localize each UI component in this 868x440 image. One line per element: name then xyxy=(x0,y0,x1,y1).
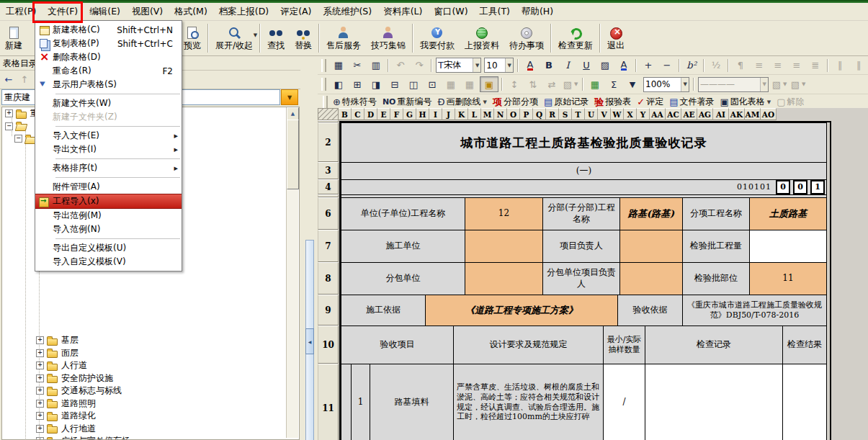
freeze-table-button[interactable]: ▣ 固化表格 ▼ xyxy=(719,95,771,109)
table-tool-2-button[interactable]: ▦ xyxy=(461,77,478,91)
menu-bar-item[interactable]: 工具(T) xyxy=(474,4,516,19)
bold-button[interactable]: B xyxy=(540,58,558,73)
fill-pattern-dropdown[interactable]: ▧ ▼ xyxy=(562,77,579,91)
tree-item[interactable]: + 基层 xyxy=(36,334,160,347)
column-distribute-button[interactable]: ⇄ xyxy=(543,77,560,91)
accept-basis-value-cell[interactable]: 《重庆市城市道路工程施工质量验收规范》DBJ50/T-078-2016 xyxy=(682,295,827,326)
expand-icon[interactable]: + xyxy=(36,349,44,357)
column-header[interactable]: AO xyxy=(761,108,777,120)
accept-basis-label-cell[interactable]: 验收依据 xyxy=(617,295,683,326)
subcontractor-label-cell[interactable]: 分包单位 xyxy=(341,262,465,295)
menu-item-show-user-tables[interactable]: 显示用户表格(S) xyxy=(35,78,182,91)
insert-row-button[interactable]: ⊞ xyxy=(349,77,366,91)
column-header[interactable]: AA xyxy=(650,108,666,120)
column-header[interactable]: L xyxy=(468,108,481,120)
item-requirement-cell[interactable]: 严禁含草皮、生活垃圾、树根的腐质土和淤泥、高岭土等；应符合相关规范和设计规定，经… xyxy=(453,364,604,440)
expand-icon[interactable]: + xyxy=(36,437,44,440)
menu-bar-item[interactable]: 文件(F) xyxy=(42,4,84,19)
expand-icon[interactable]: + xyxy=(36,336,44,344)
back-arrow-icon[interactable]: ← xyxy=(1,73,16,87)
menu-item-export-sample[interactable]: 导出范例(M) xyxy=(35,209,182,223)
find-button[interactable]: 查找 xyxy=(262,21,290,55)
unit-project-value-cell[interactable]: 12 xyxy=(465,197,543,230)
column-header[interactable]: G xyxy=(403,108,416,120)
increase-font-button[interactable]: + xyxy=(640,58,657,73)
code-box[interactable]: 1 xyxy=(810,180,825,194)
tree-item[interactable]: + 道路照明 xyxy=(36,398,160,410)
font-family-combo[interactable]: T 宋体 ▼ xyxy=(436,58,481,73)
fit-width-button[interactable]: ∥ xyxy=(831,58,849,73)
basis-value-cell[interactable]: 《道路工程专项施工方案》 xyxy=(425,295,618,326)
column-header[interactable]: T xyxy=(572,108,585,120)
row-header[interactable]: 8 xyxy=(318,262,339,295)
tree-item[interactable]: + 安全防护设施 xyxy=(36,372,160,385)
insert-column-left-button[interactable]: ◧ xyxy=(330,77,347,91)
page-properties-button[interactable]: ¶ xyxy=(732,58,749,73)
fraction-button[interactable]: ½ xyxy=(707,58,725,73)
after-sales-service-button[interactable]: 售后服务 xyxy=(321,21,366,55)
column-header[interactable]: U xyxy=(585,108,598,120)
column-header[interactable]: B xyxy=(339,108,352,120)
column-header[interactable]: I xyxy=(429,108,442,120)
expand-collapse-button[interactable]: 展开/收起 ▼ xyxy=(210,21,258,55)
column-header[interactable]: P xyxy=(520,108,533,120)
column-header[interactable]: W xyxy=(611,108,624,120)
menu-item-delete-table[interactable]: 删除表格(D) xyxy=(35,50,182,64)
underline-button[interactable]: U xyxy=(578,58,595,73)
menu-bar-item[interactable]: 帮助(H) xyxy=(516,4,559,19)
sum-dropdown[interactable]: ▼ xyxy=(624,77,641,91)
menu-bar-item[interactable]: 资料库(L) xyxy=(377,4,428,19)
tips-collection-button[interactable]: 技巧集锦 xyxy=(366,21,411,55)
redo-button[interactable]: ↷ xyxy=(411,58,428,73)
expand-icon[interactable]: + xyxy=(36,425,44,433)
exit-button[interactable]: 退出 xyxy=(602,21,630,55)
align-right-button[interactable]: ≡ xyxy=(788,58,805,73)
draw-border-button[interactable]: ▦ xyxy=(586,77,604,91)
th-result-cell[interactable]: 检查结果 xyxy=(782,325,827,364)
menu-item-new-table[interactable]: 新建表格(C) Shift+Ctrl+N xyxy=(35,23,182,37)
row-header[interactable]: 7 xyxy=(318,230,339,262)
menu-bar-item[interactable]: 系统维护(S) xyxy=(317,4,377,19)
th-record-cell[interactable]: 检查记录 xyxy=(645,325,783,364)
scrollbar-thumb[interactable] xyxy=(287,120,299,189)
superscript-button[interactable]: b² xyxy=(683,58,700,73)
check-update-button[interactable]: 检查更新 xyxy=(553,21,598,55)
fit-height-button[interactable]: ∥ xyxy=(850,58,867,73)
row-header[interactable]: 11 xyxy=(318,364,339,440)
underline-color-button[interactable]: A xyxy=(615,58,632,73)
table-tool-1-button[interactable]: ▦ xyxy=(442,77,460,91)
menu-item-copy-table[interactable]: 复制表格(P) Shift+Ctrl+C xyxy=(35,37,182,50)
tree-item[interactable]: + 交通标志与标线 xyxy=(36,385,160,398)
th-sample-cell[interactable]: 最小/实际抽样数量 xyxy=(603,325,645,364)
tree-item[interactable]: + 人行道 xyxy=(36,359,160,372)
subitem-value-cell[interactable]: 土质路基 xyxy=(749,197,827,230)
code-box[interactable]: 0 xyxy=(793,180,807,194)
division-subitem-button[interactable]: 项 分部分项 xyxy=(492,95,539,109)
row-spacing-decrease-button[interactable]: ⇅ xyxy=(524,77,542,91)
subitem-label-cell[interactable]: 分项工程名称 xyxy=(682,197,750,230)
menu-bar-item[interactable]: 档案上报(D) xyxy=(213,4,274,19)
column-header[interactable]: K xyxy=(455,108,468,120)
select-all-corner[interactable] xyxy=(318,108,339,120)
item-name-cell[interactable]: 路基填料 xyxy=(370,364,454,440)
menu-item-new-folder[interactable]: 新建文件夹(W) xyxy=(35,96,182,110)
italic-button[interactable]: I xyxy=(559,58,576,73)
tree-scrollbar[interactable]: ▲ xyxy=(286,107,298,438)
menu-bar-item[interactable]: 窗口(W) xyxy=(428,4,473,19)
panel-splitter[interactable]: ◀ xyxy=(300,56,318,440)
delete-row-button[interactable]: ⊟ xyxy=(386,77,403,91)
expand-icon[interactable]: + xyxy=(36,412,44,420)
row-header[interactable]: 4 xyxy=(318,179,339,194)
column-header[interactable]: C xyxy=(352,108,364,120)
align-left-button[interactable]: ≡ xyxy=(751,58,768,73)
constructor-label-cell[interactable]: 施工单位 xyxy=(341,230,465,263)
row-header[interactable]: 2 xyxy=(318,122,339,162)
file-record-button[interactable]: ▤ 文件著录 xyxy=(668,95,715,109)
font-color-button[interactable]: A xyxy=(522,58,539,73)
paste-button[interactable]: ▥ xyxy=(367,58,385,73)
column-header[interactable]: N xyxy=(494,108,507,120)
split-cells-button[interactable]: ⊡ xyxy=(424,77,441,91)
row-header[interactable]: 3 xyxy=(318,162,339,179)
column-header[interactable]: Y xyxy=(637,108,650,120)
sub-pm-label-cell[interactable]: 分包单位项目负责人 xyxy=(542,262,620,295)
